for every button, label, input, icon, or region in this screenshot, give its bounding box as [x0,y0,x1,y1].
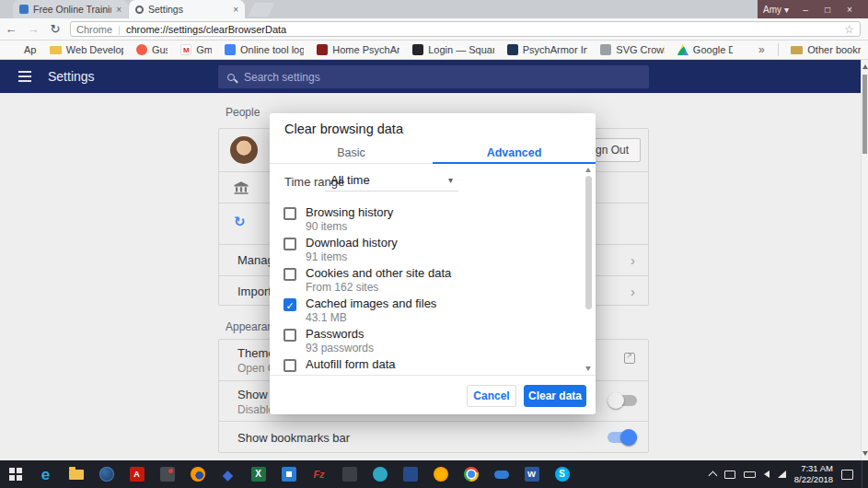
taskbar-app-diamond-icon[interactable]: ◆ [213,460,243,488]
bookmark-gmail[interactable]: M Gmail [180,44,212,55]
taskbar-excel-icon[interactable]: X [243,460,273,488]
close-tab-icon[interactable]: × [233,5,238,15]
bookmarks-overflow-icon[interactable]: » [758,43,765,56]
new-tab-button[interactable] [249,3,275,17]
bookmark-login-squarespace[interactable]: Login — Squarespac [412,44,494,55]
tab-settings[interactable]: Settings × [129,0,245,18]
row-cookies[interactable]: Cookies and other site data From 162 sit… [270,265,573,296]
reload-icon[interactable]: ↻ [44,22,66,36]
google-drive-icon [677,44,689,55]
taskbar-edge-icon[interactable]: e [30,460,61,488]
dialog-footer: Cancel Clear data [270,375,596,414]
settings-header: Settings Search settings [0,60,868,93]
forward-icon[interactable]: → [22,22,44,36]
folder-icon [50,46,62,54]
row-download-history[interactable]: Download history 91 items [270,235,573,265]
dialog-scrollbar[interactable] [584,164,594,375]
maximize-button[interactable]: □ [816,0,839,18]
address-bar[interactable]: Chrome | chrome://settings/clearBrowserD… [70,21,861,37]
other-bookmarks[interactable]: Other bookmarks [791,44,861,55]
taskbar-chrome-icon[interactable] [456,460,486,488]
time-range-value: All time [330,173,370,187]
taskbar-clock[interactable]: 7:31 AM 8/22/2018 [794,463,833,485]
tab-basic[interactable]: Basic [270,143,433,163]
scrollbar-thumb[interactable] [862,75,867,154]
back-icon[interactable]: ← [0,22,22,36]
taskbar-skype-icon[interactable]: S [547,460,577,488]
bookmark-google-drive[interactable]: Google Drive [677,44,733,55]
checkbox-download-history[interactable] [284,238,296,250]
row-passwords[interactable]: Passwords 93 passwords [270,326,573,356]
taskbar-file-explorer-icon[interactable] [61,460,91,488]
taskbar-acrobat-icon[interactable]: A [122,460,152,488]
bookmark-web-development[interactable]: Web Development [50,44,123,55]
bookmark-label: Login — Squarespac [428,44,494,55]
clear-data-button[interactable]: Clear data [524,385,586,407]
taskbar-firefox-orange-icon[interactable] [425,460,456,488]
search-settings-input[interactable]: Search settings [218,65,649,88]
checkbox-browsing-history[interactable] [284,207,296,220]
taskbar-filezilla-icon[interactable]: Fz [304,460,334,488]
row-cached-images[interactable]: ✓ Cached images and files 43.1 MB [270,296,573,326]
bookmark-svg-crowbar[interactable]: SVG Crowbar 2 [600,44,665,55]
url-text: chrome://settings/clearBrowserData [126,24,839,35]
show-desktop-button[interactable] [862,460,865,488]
minimize-button[interactable]: – [794,0,816,18]
show-bookmarks-toggle[interactable] [608,432,637,443]
taskbar-app-navy-icon[interactable] [395,460,425,488]
checkbox-cookies[interactable] [284,268,296,281]
start-button[interactable] [0,460,30,488]
taskbar-app-dark-icon[interactable] [334,460,365,488]
taskbar-app-teal-icon[interactable] [365,460,395,488]
open-in-new-icon: ↗ [624,353,635,364]
apps-shortcut[interactable]: Apps [7,44,37,56]
taskbar-browser-globe-icon[interactable] [91,460,122,488]
bookmark-psycharmor-institute[interactable]: PsychArmor Institute [507,44,588,55]
bookmark-gusto[interactable]: Gusto [136,44,168,55]
bookmark-home-psycharmor[interactable]: Home PsychArmor In [317,44,399,55]
scroll-down-icon[interactable] [585,366,591,371]
page-scrollbar[interactable] [861,60,868,460]
chevron-right-icon: › [631,245,635,276]
bookmark-star-icon[interactable]: ☆ [844,23,854,36]
time-range-select[interactable]: All time ▾ [325,169,458,192]
chevron-down-icon: ▾ [448,175,453,185]
profile-chip[interactable]: Amy ▾ [758,0,794,18]
taskbar-app-blue-icon[interactable] [273,460,304,488]
battery-icon[interactable] [744,471,756,478]
tray-expand-icon[interactable] [708,471,717,481]
scroll-down-icon[interactable] [862,451,868,456]
bookmarks-bar: Apps Web Development Gusto M Gmail Onlin… [0,41,868,60]
scroll-up-icon[interactable] [585,168,591,172]
show-bookmarks-row[interactable]: Show bookmarks bar [219,421,648,454]
volume-icon[interactable] [764,471,770,478]
tab-advanced[interactable]: Advanced [433,143,596,163]
show-home-toggle[interactable] [608,395,637,406]
profile-name: Amy [763,5,781,15]
close-window-button[interactable]: × [839,0,861,18]
taskbar-app-gray-icon[interactable] [152,460,182,488]
checkbox-autofill[interactable] [284,359,296,372]
close-tab-icon[interactable]: × [116,5,122,15]
action-center-icon[interactable] [841,470,853,480]
tab-free-online-training[interactable]: Free Online Training for S × [13,0,128,18]
bookmark-online-tool-login[interactable]: Online tool login info [225,44,304,55]
search-placeholder: Search settings [244,71,320,84]
taskbar-onedrive-icon[interactable] [486,460,516,488]
site-favicon [507,44,518,55]
menu-icon[interactable] [18,76,31,77]
settings-gear-favicon [135,6,144,14]
checkbox-passwords[interactable] [284,329,296,342]
taskbar-firefox-icon[interactable] [182,460,213,488]
row-browsing-history[interactable]: Browsing history 90 items [270,204,573,235]
network-icon[interactable] [778,471,786,478]
chevron-down-icon: ▾ [784,5,789,15]
monitor-icon[interactable] [724,471,735,479]
scroll-up-icon[interactable] [862,64,868,69]
cancel-button[interactable]: Cancel [467,385,516,407]
row-autofill[interactable]: Autofill form data [270,356,573,375]
checkbox-cached-images[interactable]: ✓ [284,298,296,311]
scrollbar-thumb[interactable] [585,176,592,309]
dialog-tabs: Basic Advanced [270,143,596,164]
taskbar-word-icon[interactable]: W [516,460,547,488]
